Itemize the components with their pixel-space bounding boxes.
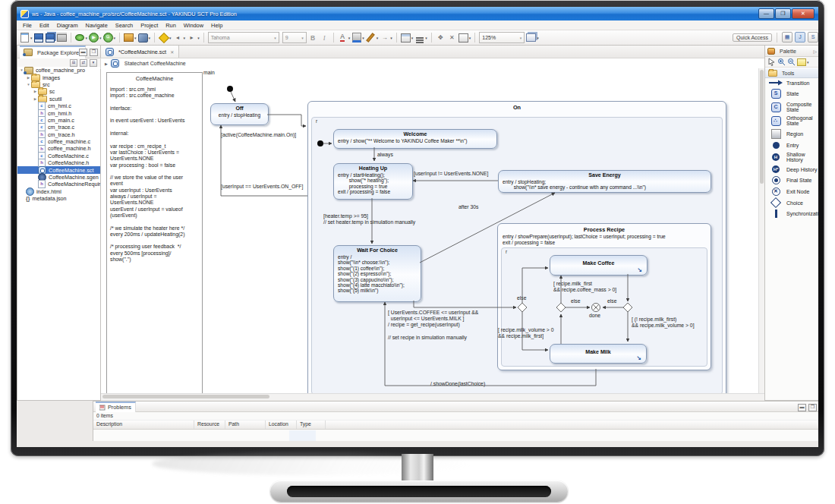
palette-item-synchronization[interactable]: Synchronization xyxy=(765,208,818,219)
menu-project[interactable]: Project xyxy=(137,22,162,29)
menu-file[interactable]: File xyxy=(19,22,36,29)
editor-breadcrumb[interactable]: ▶ Statechart CoffeeMachine xyxy=(100,58,774,69)
state-make-coffee[interactable]: Make Coffee ↘ xyxy=(550,255,648,276)
delete-icon[interactable]: ✕ xyxy=(447,33,457,43)
exit-node-done-label[interactable]: done xyxy=(589,313,600,319)
transition-label-heater-temp[interactable]: [heater.temp >= 95] // set heater.temp i… xyxy=(323,213,415,225)
tree-item-coffeemachine-sct[interactable]: CoffeeMachine.sct xyxy=(17,166,100,173)
bold-button[interactable]: B xyxy=(308,33,318,43)
font-family-select[interactable]: Tahoma▾ xyxy=(208,32,279,43)
transition-label-milk-guard2[interactable]: [ (! recipe.milk_first) && recipe.milk_v… xyxy=(632,317,695,329)
print-icon[interactable] xyxy=(57,33,67,43)
transition-label-else-1[interactable]: else xyxy=(517,295,526,301)
editor-horizontal-scrollbar[interactable] xyxy=(101,393,764,400)
tree-item-cm-main-c[interactable]: cm_main.c xyxy=(17,117,100,124)
snap-icon[interactable] xyxy=(458,33,468,43)
search-icon[interactable] xyxy=(138,33,148,43)
note-tool-icon[interactable] xyxy=(797,58,806,66)
tree-item-coffeemachine-h[interactable]: CoffeeMachine.h xyxy=(17,159,100,166)
tree-item-project[interactable]: coffee_machine_pro xyxy=(17,67,100,74)
transition-label-choose[interactable]: [ UserEvents.COFFEE <= userInput && user… xyxy=(388,310,478,341)
transition-label-milk-guard1[interactable]: [ recipe.milk_volume > 0 && recipe.milk_… xyxy=(498,327,553,339)
menu-navigate[interactable]: Navigate xyxy=(82,22,112,29)
align-icon[interactable] xyxy=(414,33,424,43)
note-tool-dropdown[interactable]: ▾ xyxy=(807,60,809,65)
state-save-energy[interactable]: Save Energy entry / stopHeating; show("\… xyxy=(498,170,711,193)
tree-item-coffee-machine-h[interactable]: coffee_machine.h xyxy=(17,145,100,152)
line-color-icon[interactable] xyxy=(366,33,376,43)
column-path[interactable]: Path xyxy=(225,421,266,429)
palette-item-region[interactable]: Region xyxy=(765,128,818,140)
state-off[interactable]: Off entry / stopHeating xyxy=(210,103,269,125)
minimize-button[interactable]: — xyxy=(758,8,774,19)
tree-item-coffeemachine-c[interactable]: CoffeeMachine.c xyxy=(17,153,100,159)
palette-item-orthogonal-state[interactable]: ∴Orthogonal State xyxy=(765,114,818,128)
font-color-icon[interactable]: A xyxy=(338,33,348,43)
tree-item-cm-trace-h[interactable]: cm_trace.h xyxy=(17,131,100,138)
column-type[interactable]: Type xyxy=(297,421,326,429)
transition-label-not-none[interactable]: [userInput != UserEvents.NONE] xyxy=(414,171,488,177)
tree-item-scutil[interactable]: scutil xyxy=(17,96,100,102)
tree-item-sc[interactable]: sc xyxy=(17,88,100,95)
palette-item-deep-history[interactable]: H*Deep History xyxy=(765,164,818,175)
quick-access-button[interactable]: Quick Access xyxy=(733,33,772,42)
state-welcome[interactable]: Welcome entry / show("** Welcome to YAKI… xyxy=(333,129,497,149)
view-minimize-icon[interactable]: ▬ xyxy=(79,49,87,56)
tree-item-images[interactable]: images xyxy=(17,74,100,80)
zoom-in-tool-icon[interactable] xyxy=(777,58,786,66)
tree-item-coffeemachine-sgen[interactable]: CoffeeMachine.sgen xyxy=(17,174,100,181)
save-all-icon[interactable] xyxy=(46,33,55,43)
menu-edit[interactable]: Edit xyxy=(36,22,53,29)
transition-label-else-2[interactable]: else xyxy=(571,298,580,304)
breadcrumb-expand-icon[interactable]: ▶ xyxy=(105,61,108,66)
last-edit-icon[interactable] xyxy=(159,33,169,43)
palette-item-state[interactable]: SState xyxy=(765,87,818,100)
palette-collapse-icon[interactable]: ▷ xyxy=(813,49,817,54)
statechart-definition-box[interactable]: CoffeeMachine import : src.cm_hmi import… xyxy=(106,72,203,399)
state-wait-for-choice[interactable]: Wait For Choice entry / show("\\n* choos… xyxy=(333,245,421,302)
menu-diagram[interactable]: Diagram xyxy=(53,22,82,29)
column-resource[interactable]: Resource xyxy=(194,421,225,429)
select-all-icon[interactable] xyxy=(401,33,411,43)
diagram-canvas[interactable]: CoffeeMachine import : src.cm_hmi import… xyxy=(101,68,758,399)
back-icon[interactable]: ◂ xyxy=(173,33,183,43)
close-button[interactable]: ✕ xyxy=(792,8,815,19)
autosize-icon[interactable]: ✥ xyxy=(436,33,446,43)
tree-item-cm-trace-c[interactable]: cm_trace.c xyxy=(17,124,100,131)
perspective-sct-icon[interactable]: S xyxy=(808,32,818,43)
palette-item-final-state[interactable]: Final State xyxy=(765,175,818,186)
palette-item-choice[interactable]: Choice xyxy=(765,197,818,208)
zoom-out-tool-icon[interactable] xyxy=(787,58,796,66)
palette-item-shallow-history[interactable]: HShallow History xyxy=(765,150,818,164)
state-make-milk[interactable]: Make Milk ↘ xyxy=(550,344,647,364)
forward-icon[interactable]: ▸ xyxy=(187,33,197,43)
run-icon[interactable]: ▶ xyxy=(89,33,99,43)
zoom-select[interactable]: 125%▾ xyxy=(479,32,525,43)
palette-tools-section[interactable]: Tools xyxy=(765,68,818,78)
perspective-grid-icon[interactable]: ▦ xyxy=(782,32,792,43)
perspective-java-icon[interactable]: J xyxy=(795,32,805,43)
menu-window[interactable]: Window xyxy=(180,22,207,29)
transition-label-onoff[interactable]: [userInput == UserEvents.ON_OFF] xyxy=(221,184,303,190)
tree-item-index-html[interactable]: index.html xyxy=(17,188,100,195)
fill-color-icon[interactable] xyxy=(351,33,361,43)
transition-label-after30s[interactable]: after 30s xyxy=(458,204,478,210)
column-description[interactable]: Description xyxy=(93,421,194,429)
palette-item-exit-node[interactable]: ✕Exit Node xyxy=(765,186,818,197)
tree-item-src[interactable]: src xyxy=(17,81,100,88)
menu-run[interactable]: Run xyxy=(162,22,180,29)
package-explorer-tab[interactable]: Package Explorer xyxy=(20,46,86,58)
italic-button[interactable]: I xyxy=(320,33,329,43)
menu-search[interactable]: Search xyxy=(112,22,137,29)
view-minimize-icon[interactable]: ▬ xyxy=(798,404,806,411)
new-project-icon[interactable] xyxy=(124,33,134,43)
line-style-icon[interactable]: → xyxy=(380,33,389,43)
transition-label-show-done[interactable]: / showDone(lastChoice) xyxy=(430,381,485,387)
transition-label-always[interactable]: always xyxy=(377,152,393,158)
palette-item-entry[interactable]: Entry xyxy=(765,140,818,150)
state-heating-up[interactable]: Heating Up entry / startHeating(); show(… xyxy=(333,163,413,200)
transition-label-active[interactable]: [active(CoffeeMachine.main.On)] xyxy=(221,132,296,138)
maximize-button[interactable]: ❐ xyxy=(775,8,791,19)
palette-header[interactable]: Palette ▷ xyxy=(765,46,818,57)
tree-item-cm-hmi-h[interactable]: cm_hmi.h xyxy=(17,109,100,116)
